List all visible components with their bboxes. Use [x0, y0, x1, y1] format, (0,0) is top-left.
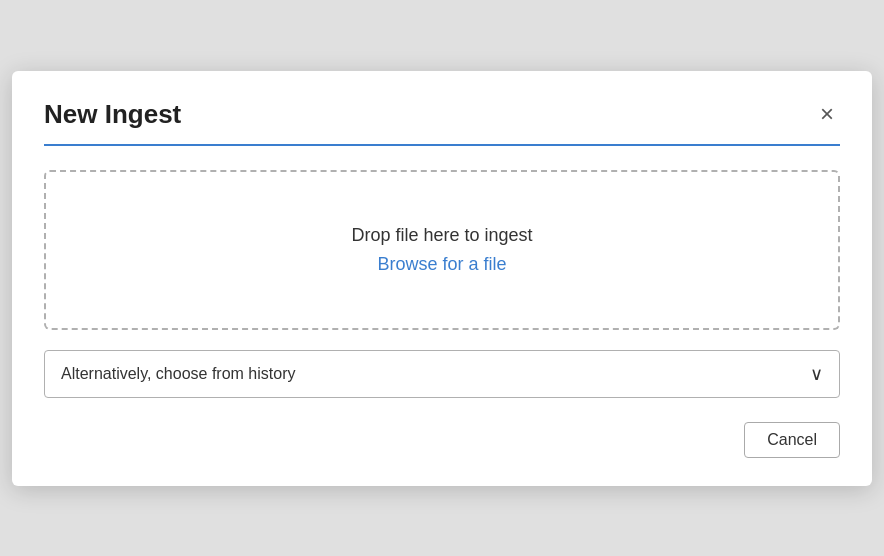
modal-dialog: New Ingest × Drop file here to ingest Br…	[12, 71, 872, 486]
history-dropdown[interactable]: Alternatively, choose from history ∨	[44, 350, 840, 398]
browse-for-file-link[interactable]: Browse for a file	[377, 254, 506, 275]
close-button[interactable]: ×	[814, 100, 840, 128]
cancel-button[interactable]: Cancel	[744, 422, 840, 458]
modal-footer: Cancel	[44, 422, 840, 458]
modal-header: New Ingest ×	[44, 99, 840, 146]
drop-zone-instruction: Drop file here to ingest	[351, 225, 532, 246]
modal-overlay: New Ingest × Drop file here to ingest Br…	[0, 0, 884, 556]
drop-zone[interactable]: Drop file here to ingest Browse for a fi…	[44, 170, 840, 330]
history-dropdown-label: Alternatively, choose from history	[61, 365, 295, 383]
modal-title: New Ingest	[44, 99, 181, 130]
chevron-down-icon: ∨	[810, 363, 823, 385]
